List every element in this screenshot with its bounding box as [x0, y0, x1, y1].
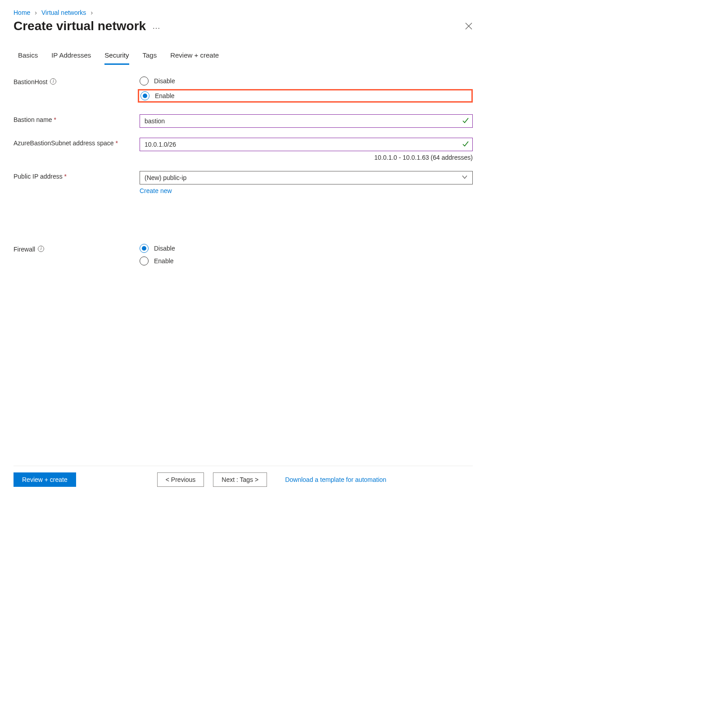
firewall-disable-radio[interactable]: Disable [140, 244, 473, 253]
public-ip-select[interactable]: (New) public-ip [140, 171, 473, 184]
breadcrumb-home[interactable]: Home [14, 9, 30, 16]
page-title: Create virtual network [14, 19, 146, 33]
bastionhost-enable-radio[interactable]: Enable [140, 91, 175, 100]
required-asterisk: * [115, 139, 118, 147]
tab-review-create[interactable]: Review + create [170, 51, 219, 65]
required-asterisk: * [64, 173, 67, 180]
public-ip-value: (New) public-ip [145, 174, 186, 181]
required-asterisk: * [54, 116, 56, 123]
info-icon[interactable]: i [38, 246, 44, 252]
bastionhost-radio-group: Disable Enable [140, 76, 473, 103]
info-icon[interactable]: i [50, 78, 56, 85]
tabs: Basics IP Addresses Security Tags Review… [18, 51, 473, 65]
public-ip-label: Public IP address [14, 173, 63, 180]
close-icon[interactable] [465, 22, 473, 30]
bastion-name-label: Bastion name [14, 116, 52, 123]
firewall-enable-radio[interactable]: Enable [140, 256, 473, 265]
bastion-name-input[interactable] [140, 114, 473, 128]
tab-security[interactable]: Security [104, 51, 129, 65]
firewall-label: Firewall [14, 246, 35, 253]
breadcrumb: Home › Virtual networks › [14, 9, 473, 16]
tab-ip-addresses[interactable]: IP Addresses [51, 51, 91, 65]
more-icon[interactable]: … [152, 22, 161, 31]
previous-button[interactable]: < Previous [157, 472, 204, 487]
subnet-input[interactable] [140, 138, 473, 151]
create-new-link[interactable]: Create new [140, 187, 172, 194]
checkmark-icon [462, 117, 469, 126]
radio-label-enable: Enable [155, 92, 175, 99]
radio-label-enable: Enable [154, 257, 174, 265]
chevron-right-icon: › [35, 9, 37, 16]
subnet-label: AzureBastionSubnet address space [14, 139, 114, 147]
highlight-annotation: Enable [138, 89, 473, 103]
firewall-radio-group: Disable Enable [140, 244, 473, 265]
bastionhost-label: BastionHost [14, 78, 47, 85]
radio-label-disable: Disable [154, 77, 175, 85]
chevron-right-icon: › [91, 9, 93, 16]
review-create-button[interactable]: Review + create [14, 472, 76, 487]
breadcrumb-virtual-networks[interactable]: Virtual networks [41, 9, 86, 16]
tab-tags[interactable]: Tags [143, 51, 157, 65]
subnet-helper-text: 10.0.1.0 - 10.0.1.63 (64 addresses) [140, 154, 473, 161]
chevron-down-icon [462, 174, 468, 182]
download-template-link[interactable]: Download a template for automation [285, 476, 386, 483]
next-button[interactable]: Next : Tags > [213, 472, 267, 487]
bastionhost-disable-radio[interactable]: Disable [140, 76, 473, 85]
checkmark-icon [462, 140, 469, 149]
tab-basics[interactable]: Basics [18, 51, 38, 65]
footer-bar: Review + create < Previous Next : Tags >… [14, 466, 473, 495]
radio-label-disable: Disable [154, 245, 175, 252]
